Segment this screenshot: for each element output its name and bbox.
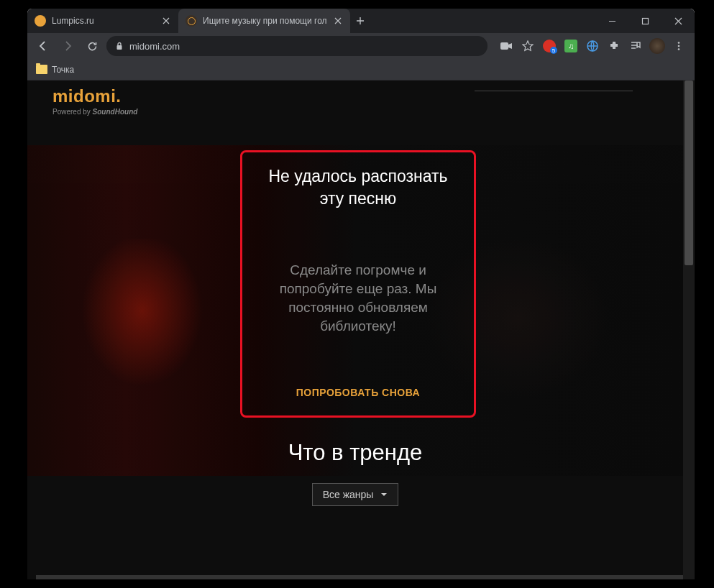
titlebar: Lumpics.ru Ищите музыку при помощи гол — [27, 9, 695, 33]
svg-point-4 — [678, 42, 680, 44]
favicon-icon — [186, 15, 197, 27]
address-bar: midomi.com ♫ — [27, 33, 695, 59]
profile-avatar[interactable] — [647, 36, 667, 56]
svg-rect-0 — [642, 18, 648, 24]
page-content: midomi. Powered by SoundHound Не удалось… — [27, 81, 683, 579]
retry-button[interactable]: ПОПРОБОВАТЬ СНОВА — [258, 387, 458, 403]
reading-list-icon[interactable] — [626, 36, 646, 56]
genre-dropdown[interactable]: Все жанры — [312, 483, 399, 506]
viewport: midomi. Powered by SoundHound Не удалось… — [27, 81, 695, 579]
bookmark-folder[interactable]: Точка — [36, 65, 74, 75]
tab-title: Lumpics.ru — [52, 16, 155, 26]
tab-title: Ищите музыку при помощи гол — [203, 16, 327, 26]
lock-icon — [115, 42, 124, 50]
bookmarks-bar: Точка — [27, 59, 695, 81]
url-text: midomi.com — [129, 41, 180, 52]
svg-rect-2 — [500, 42, 508, 50]
camera-icon[interactable] — [496, 36, 516, 56]
favicon-icon — [35, 15, 46, 27]
caret-down-icon — [380, 491, 388, 498]
browser-window: Lumpics.ru Ищите музыку при помощи гол m… — [27, 9, 695, 579]
scrollbar-thumb[interactable] — [685, 81, 693, 265]
omnibox[interactable]: midomi.com — [106, 36, 488, 56]
reload-button[interactable] — [82, 36, 102, 56]
bookmark-label: Точка — [52, 65, 74, 75]
folder-icon — [36, 65, 47, 74]
back-button[interactable] — [33, 36, 53, 56]
recognition-failed-dialog: Не удалось распознать эту песню Сделайте… — [240, 150, 476, 418]
extension-globe-icon[interactable] — [582, 36, 603, 56]
extension-music-icon[interactable]: ♫ — [561, 36, 581, 56]
close-window-button[interactable] — [662, 9, 695, 33]
tab-midomi[interactable]: Ищите музыку при помощи гол — [178, 9, 350, 33]
scrollbar[interactable] — [683, 81, 695, 579]
forward-button[interactable] — [58, 36, 78, 56]
menu-button[interactable] — [669, 36, 689, 56]
scrollbar-horizontal[interactable] — [36, 575, 683, 579]
bookmark-star-button[interactable] — [518, 36, 538, 56]
svg-rect-1 — [117, 45, 122, 50]
trending-section: Что в тренде Все жанры — [27, 440, 683, 506]
dialog-title: Не удалось распознать эту песню — [258, 165, 458, 210]
dialog-body: Сделайте погромче и попробуйте еще раз. … — [258, 261, 458, 336]
site-logo[interactable]: midomi. Powered by SoundHound — [52, 86, 137, 116]
genre-label: Все жанры — [323, 489, 374, 500]
maximize-button[interactable] — [628, 9, 662, 33]
minimize-button[interactable] — [595, 9, 628, 33]
window-controls — [595, 9, 695, 33]
svg-point-6 — [678, 48, 680, 50]
extension-adblock-icon[interactable] — [539, 36, 559, 56]
close-icon[interactable] — [161, 16, 171, 26]
extensions-button[interactable] — [604, 36, 624, 56]
logo-subtitle: Powered by SoundHound — [52, 108, 137, 116]
tab-lumpics[interactable]: Lumpics.ru — [27, 9, 178, 33]
svg-point-5 — [678, 45, 680, 47]
search-underline — [475, 91, 633, 91]
trending-heading: Что в тренде — [27, 440, 683, 466]
close-icon[interactable] — [333, 16, 343, 26]
new-tab-button[interactable] — [350, 9, 370, 33]
